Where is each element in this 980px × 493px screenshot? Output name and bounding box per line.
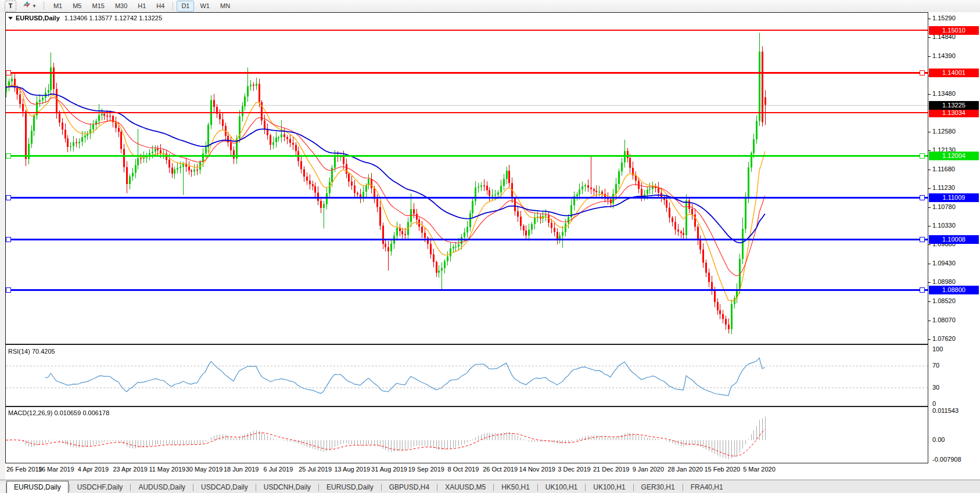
line-handle-right[interactable] (920, 153, 925, 159)
price-axis-label: 1.08980 (932, 278, 956, 285)
price-axis-tick (928, 150, 931, 151)
horizontal-line-1.10008[interactable] (6, 239, 928, 240)
tab-uk100-h1-10[interactable]: UK100,H1 (586, 481, 632, 493)
price-axis-tick (928, 132, 931, 132)
price-axis-tick (928, 282, 931, 283)
price-axis-tick (928, 170, 931, 170)
rsi-axis-label: 0 (932, 400, 936, 407)
horizontal-line-1.12004[interactable] (6, 155, 928, 157)
line-handle-left[interactable] (6, 237, 11, 242)
line-handle-right[interactable] (920, 70, 925, 75)
date-axis-label: 26 Oct 2019 (483, 466, 518, 473)
tab-separator (193, 484, 193, 491)
cycle-arrows-icon (23, 1, 31, 11)
timeframe-button-h1[interactable]: H1 (133, 1, 150, 12)
date-axis[interactable]: 26 Feb 201916 Mar 20194 Apr 201923 Apr 2… (5, 462, 980, 480)
date-axis-label: 16 Mar 2019 (38, 466, 74, 473)
price-axis-label: 1.07620 (932, 335, 956, 342)
tab-separator (318, 484, 319, 491)
tab-audusd-daily-2[interactable]: AUDUSD,Daily (131, 481, 192, 493)
date-axis-label: 31 Aug 2019 (371, 466, 407, 473)
tab-separator (437, 484, 437, 491)
timeframe-button-group: M1M5M15M30H1H4D1W1MN (48, 1, 235, 12)
timeframe-button-mn[interactable]: MN (216, 1, 235, 12)
tab-separator (69, 484, 70, 491)
current-price-badge: 1.13225 (929, 101, 979, 110)
price-axis-tick (928, 207, 931, 208)
price-axis[interactable]: 1.152901.148401.143901.139301.134801.125… (928, 12, 980, 462)
timeframe-button-d1[interactable]: D1 (177, 1, 194, 12)
tab-usdcad-daily-3[interactable]: USDCAD,Daily (194, 481, 255, 493)
timeframe-button-h4[interactable]: H4 (152, 1, 169, 12)
tab-uk100-h1-9[interactable]: UK100,H1 (539, 481, 584, 493)
text-tool-button[interactable]: T (5, 1, 16, 12)
date-axis-label: 30 May 2019 (186, 466, 223, 473)
timeframe-button-m1[interactable]: M1 (49, 1, 67, 12)
price-axis-tick (928, 94, 931, 95)
line-handle-right[interactable] (920, 287, 925, 293)
line-handle-left[interactable] (6, 195, 11, 200)
macd-axis-label: 0.011543 (932, 407, 959, 414)
price-axis-tick (928, 264, 931, 264)
timeframe-button-m15[interactable]: M15 (87, 1, 109, 12)
chart-ohlc-values: 1.13406 1.13577 1.12742 1.13225 (64, 15, 162, 21)
rsi-axis-label: 30 (932, 384, 939, 391)
horizontal-line-1.14001[interactable] (6, 72, 928, 74)
chart-header: EURUSD,Daily 1.13406 1.13577 1.12742 1.1… (8, 15, 162, 21)
date-axis-label: 18 Jun 2019 (224, 466, 259, 473)
chart-plot-area[interactable] (6, 13, 928, 462)
tab-usdchf-daily-1[interactable]: USDCHF,Daily (70, 481, 130, 493)
price-axis-label: 1.15290 (932, 15, 956, 21)
tab-gbpusd-h4-6[interactable]: GBPUSD,H4 (382, 481, 436, 493)
line-handle-right[interactable] (920, 237, 925, 242)
price-axis-label: 1.11680 (932, 165, 955, 172)
price-axis-tick (928, 301, 931, 302)
rsi-axis-label: 70 (932, 362, 939, 369)
tab-eurusd-daily-5[interactable]: EURUSD,Daily (320, 481, 380, 493)
line-handle-right[interactable] (920, 195, 925, 200)
timeframe-button-m5[interactable]: M5 (68, 1, 86, 12)
tab-fra40-h1-12[interactable]: FRA40,H1 (684, 481, 730, 493)
price-axis-tick (928, 188, 931, 189)
horizontal-line-1.15010[interactable] (6, 30, 928, 31)
horizontal-line-1.08800[interactable] (6, 289, 928, 291)
price-level-badge: 1.15010 (929, 26, 979, 35)
date-axis-label: 15 Feb 2020 (704, 466, 740, 473)
timeframe-button-m30[interactable]: M30 (110, 1, 132, 12)
date-axis-label: 25 Jul 2019 (299, 466, 332, 473)
tab-separator (381, 484, 382, 491)
tab-separator (130, 484, 131, 491)
tab-separator (585, 484, 586, 491)
line-handle-left[interactable] (6, 287, 11, 293)
price-axis-label: 1.08070 (932, 316, 956, 323)
date-axis-label: 4 Apr 2019 (78, 466, 109, 473)
tab-separator (683, 484, 683, 491)
price-axis-label: 1.13480 (932, 90, 956, 97)
price-axis-tick (928, 226, 931, 226)
tab-usdcnh-daily-4[interactable]: USDCNH,Daily (257, 481, 318, 493)
arrows-dropdown-button[interactable]: ▼ (20, 1, 39, 12)
date-axis-label: 28 Jan 2020 (667, 466, 703, 473)
date-axis-label: 13 Aug 2019 (334, 466, 370, 473)
date-axis-label: 26 Feb 2019 (6, 466, 42, 473)
tab-ger30-h1-11[interactable]: GER30,H1 (634, 481, 682, 493)
macd-indicator-label: MACD(12,26,9) 0.010659 0.006178 (8, 409, 109, 416)
date-axis-label: 21 Dec 2019 (593, 466, 629, 473)
horizontal-line-1.11009[interactable] (6, 197, 928, 199)
price-level-badge: 1.12004 (929, 152, 979, 160)
date-axis-label: 14 Nov 2019 (519, 466, 555, 473)
top-toolbar: T ▼ M1M5M15M30H1H4D1W1MN (0, 0, 980, 13)
horizontal-line-1.13034[interactable] (6, 112, 928, 113)
date-axis-label: 6 Jul 2019 (264, 466, 293, 473)
line-handle-left[interactable] (6, 153, 11, 159)
tab-separator (256, 484, 256, 491)
tab-hk50-h1-8[interactable]: HK50,H1 (494, 481, 537, 493)
timeframe-button-w1[interactable]: W1 (195, 1, 214, 12)
tab-eurusd-daily-0[interactable]: EURUSD,Daily (6, 481, 69, 493)
collapse-triangle-icon[interactable] (8, 17, 13, 20)
macd-axis-label: -0.007908 (932, 456, 961, 463)
line-handle-left[interactable] (6, 70, 11, 75)
tab-xauusd-m5-7[interactable]: XAUUSD,M5 (438, 481, 493, 493)
date-axis-label: 9 Jan 2020 (633, 466, 664, 473)
chart-tab-bar: EURUSD,DailyUSDCHF,DailyAUDUSD,DailyUSDC… (0, 480, 980, 493)
